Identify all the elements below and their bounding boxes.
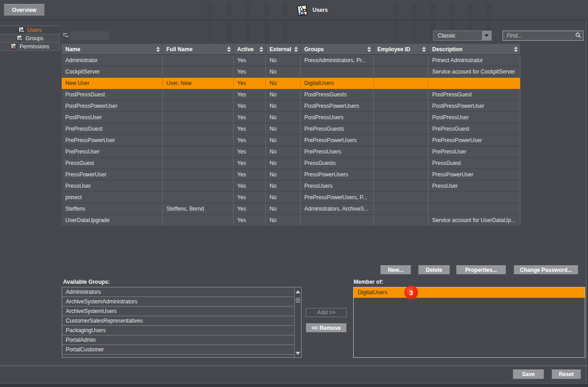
table-row[interactable]: PostPressUserYesNoPostPressUsersPostPres…	[62, 112, 520, 123]
table-cell-employee_id[interactable]	[374, 146, 429, 157]
table-cell-employee_id[interactable]	[374, 78, 429, 89]
table-cell-groups[interactable]: PressAdministrators, Pr...	[301, 55, 374, 66]
column-header-name[interactable]: Name	[62, 44, 163, 54]
table-row[interactable]: UserDataUpgradeYesNoService account for …	[62, 215, 520, 226]
table-row[interactable]: PressPowerUserYesNoPressPowerUsersPressP…	[62, 169, 520, 180]
table-row[interactable]: PrePressUserYesNoPrePressUsersPrePressUs…	[62, 146, 520, 158]
table-cell-description[interactable]: PrePressPowerUser	[429, 135, 520, 146]
sort-arrows-icon[interactable]	[512, 47, 518, 52]
table-cell-full_name[interactable]	[163, 169, 233, 180]
table-cell-employee_id[interactable]	[374, 169, 429, 180]
quick-filter-field[interactable]	[70, 31, 109, 40]
find-input[interactable]	[503, 32, 574, 39]
table-row[interactable]: PressUserYesNoPressUsersPressUser	[62, 180, 520, 192]
table-row[interactable]: SteffensSteffens, BerndYesNoAdministrato…	[62, 203, 520, 215]
column-header-full_name[interactable]: Full Name	[163, 44, 233, 54]
table-cell-description[interactable]	[429, 78, 520, 89]
table-cell-description[interactable]: PressPowerUser	[429, 169, 520, 180]
table-row[interactable]: PrePressGuestYesNoPrePressGuestsPrePress…	[62, 123, 520, 135]
table-cell-employee_id[interactable]	[374, 89, 429, 100]
table-cell-name[interactable]: PressGuest	[62, 158, 163, 169]
table-cell-name[interactable]: Administrator	[62, 55, 163, 66]
table-cell-full_name[interactable]	[163, 192, 233, 203]
table-cell-description[interactable]: PostPressUser	[429, 112, 520, 123]
table-cell-active[interactable]: Yes	[233, 112, 266, 123]
table-cell-full_name[interactable]	[163, 101, 233, 111]
table-cell-external[interactable]: No	[266, 78, 301, 89]
table-cell-description[interactable]: PressUser	[429, 180, 520, 191]
table-cell-name[interactable]: PostPressUser	[62, 112, 163, 123]
scroll-down-arrow-icon[interactable]	[295, 349, 301, 357]
add-group-button[interactable]: Add >>	[306, 308, 347, 317]
table-cell-active[interactable]: Yes	[233, 146, 266, 157]
overview-button[interactable]: Overview	[4, 4, 45, 16]
available-group-item[interactable]: PortalCustomer	[62, 345, 295, 355]
table-row[interactable]: New UserUser, NewYesNoDigitalUsers	[62, 78, 520, 89]
available-group-item[interactable]: PortalAdmin	[62, 335, 295, 345]
collapse-tree-icon[interactable]	[63, 32, 69, 38]
table-cell-employee_id[interactable]	[374, 55, 429, 66]
table-cell-name[interactable]: PostPressPowerUser	[62, 101, 163, 111]
table-cell-active[interactable]: Yes	[233, 89, 266, 100]
table-cell-employee_id[interactable]	[374, 135, 429, 146]
table-row[interactable]: PostPressPowerUserYesNoPostPressPowerUse…	[62, 101, 520, 112]
table-cell-active[interactable]: Yes	[233, 135, 266, 146]
sidebar-tab-groups[interactable]: Groups	[0, 34, 60, 42]
table-cell-active[interactable]: Yes	[233, 158, 266, 169]
table-cell-name[interactable]: PrePressGuest	[62, 123, 163, 134]
table-cell-full_name[interactable]	[163, 215, 233, 226]
table-cell-external[interactable]: No	[266, 146, 301, 157]
table-row[interactable]: PressGuestYesNoPressGuestsPressGuest	[62, 158, 520, 169]
table-cell-employee_id[interactable]	[374, 123, 429, 134]
table-cell-groups[interactable]	[301, 66, 374, 77]
sort-arrows-icon[interactable]	[420, 47, 426, 52]
delete-user-button[interactable]: Delete	[418, 265, 450, 275]
table-cell-name[interactable]: PrePressPowerUser	[62, 135, 163, 146]
table-cell-description[interactable]: PrePressUser	[429, 146, 520, 157]
table-cell-external[interactable]: No	[266, 203, 301, 214]
available-group-item[interactable]: ArchiveSystemUsers	[62, 307, 295, 316]
table-cell-groups[interactable]: PressPowerUsers	[301, 169, 374, 180]
table-cell-employee_id[interactable]	[374, 101, 429, 111]
table-cell-external[interactable]: No	[266, 112, 301, 123]
table-row[interactable]: CockpitServerYesNoService account for Co…	[62, 66, 520, 78]
column-header-active[interactable]: Active	[233, 44, 266, 54]
table-cell-groups[interactable]: PressUsers	[301, 180, 374, 191]
member-group-item[interactable]: DigitalUsers	[354, 287, 585, 298]
table-cell-groups[interactable]: PrePressGuests	[301, 123, 374, 134]
remove-group-button[interactable]: << Remove	[306, 323, 347, 333]
table-cell-name[interactable]: PrePressUser	[62, 146, 163, 157]
sort-arrows-icon[interactable]	[292, 47, 298, 52]
table-cell-external[interactable]: No	[266, 192, 301, 203]
table-cell-full_name[interactable]	[163, 135, 233, 146]
table-cell-active[interactable]: Yes	[233, 169, 266, 180]
table-row[interactable]: PrePressPowerUserYesNoPrePressPowerUsers…	[62, 135, 520, 146]
table-cell-description[interactable]: PostPressGuest	[429, 89, 520, 100]
table-cell-name[interactable]: Steffens	[62, 203, 163, 214]
table-cell-groups[interactable]: PressGuests	[301, 158, 374, 169]
scroll-up-arrow-icon[interactable]	[295, 287, 301, 296]
table-row[interactable]: prinectYesNoPrePressPowerUsers, P...	[62, 192, 520, 203]
table-cell-full_name[interactable]	[163, 158, 233, 169]
table-cell-active[interactable]: Yes	[233, 180, 266, 191]
table-cell-description[interactable]: Service account for CockpitServer	[429, 66, 520, 77]
table-cell-external[interactable]: No	[266, 158, 301, 169]
available-group-item[interactable]: PackagingUsers	[62, 326, 295, 335]
table-cell-name[interactable]: UserDataUpgrade	[62, 215, 163, 226]
table-cell-name[interactable]: PressPowerUser	[62, 169, 163, 180]
table-cell-full_name[interactable]	[163, 55, 233, 66]
table-cell-full_name[interactable]: Steffens, Bernd	[163, 203, 233, 214]
table-cell-description[interactable]	[429, 192, 520, 203]
table-cell-active[interactable]: Yes	[233, 192, 266, 203]
table-cell-external[interactable]: No	[266, 135, 301, 146]
table-cell-full_name[interactable]	[163, 123, 233, 134]
table-cell-external[interactable]: No	[266, 180, 301, 191]
table-cell-employee_id[interactable]	[374, 112, 429, 123]
table-cell-external[interactable]: No	[266, 101, 301, 111]
table-cell-external[interactable]: No	[266, 169, 301, 180]
table-cell-employee_id[interactable]	[374, 192, 429, 203]
table-cell-groups[interactable]: PostPressPowerUsers	[301, 101, 374, 111]
sidebar-tab-permissions[interactable]: Permissions	[0, 42, 60, 51]
table-cell-description[interactable]: Service account for UserDataUp...	[429, 215, 520, 226]
table-cell-external[interactable]: No	[266, 215, 301, 226]
